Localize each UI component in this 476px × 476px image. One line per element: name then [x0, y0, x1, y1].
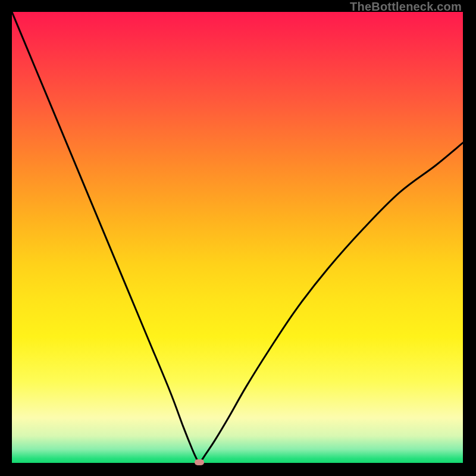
- curve-left-branch: [12, 12, 199, 463]
- optimal-point-marker: [195, 459, 204, 465]
- bottleneck-curve-svg: [12, 12, 463, 463]
- chart-frame: [12, 12, 463, 463]
- curve-right-branch: [199, 143, 463, 463]
